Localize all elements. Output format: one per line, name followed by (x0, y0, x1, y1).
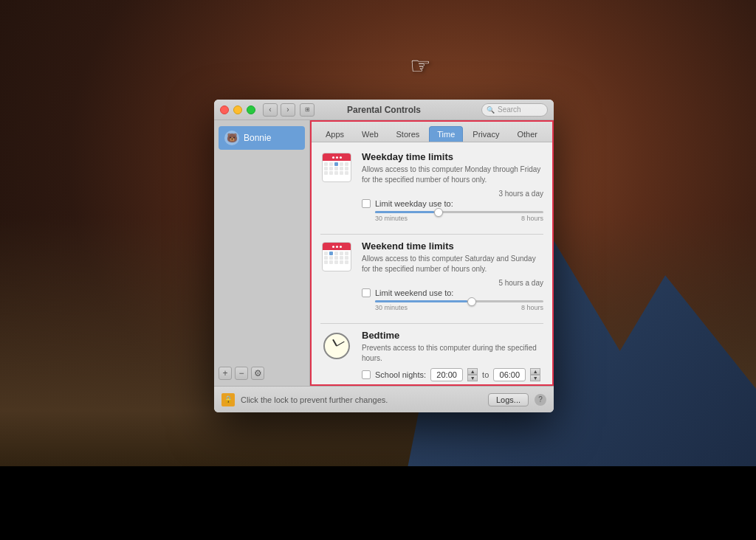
settings-button[interactable]: ⚙ (251, 367, 264, 380)
weekend-description: Allows access to this computer Saturday … (362, 254, 543, 274)
titlebar-nav: ‹ › ⊞ (263, 103, 315, 117)
school-nights-end-down[interactable]: ▼ (530, 375, 540, 381)
school-nights-row: School nights: 20:00 ▲ ▼ to 06:00 ▲ ▼ (362, 368, 543, 381)
window-body: 🐻 Bonnie + − ⚙ Apps Web Stores Time Priv… (214, 120, 554, 386)
section-divider-1 (320, 234, 543, 235)
weekend-slider-thumb[interactable] (467, 297, 476, 306)
weekday-slider-labels: 30 minutes 8 hours (375, 215, 543, 222)
weekend-time-label: 5 hours a day (362, 279, 543, 287)
weekend-checkbox-row: Limit weekend use to: (362, 288, 543, 297)
weekend-content: Weekend time limits Allows access to thi… (362, 240, 543, 311)
bedtime-section: Bedtime Prevents access to this computer… (320, 330, 543, 384)
weekend-min-label: 30 minutes (375, 304, 408, 311)
school-nights-label: School nights: (375, 370, 426, 379)
weekend-slider-labels: 30 minutes 8 hours (375, 304, 543, 311)
section-divider-2 (320, 323, 543, 324)
weekday-checkbox-label: Limit weekday use to: (375, 199, 453, 208)
weekend-calendar-icon (320, 240, 353, 273)
weekday-min-label: 30 minutes (375, 215, 408, 222)
clock-minute-hand (337, 342, 345, 347)
weekday-section: Weekday time limits Allows access to thi… (320, 151, 543, 222)
school-nights-end-up[interactable]: ▲ (530, 368, 540, 375)
help-button[interactable]: ? (535, 394, 546, 406)
weekday-max-label: 8 hours (521, 215, 543, 222)
search-placeholder-text: Search (498, 105, 521, 114)
school-nights-start-down[interactable]: ▼ (467, 375, 478, 381)
tab-stores[interactable]: Stores (388, 126, 428, 142)
school-nights-checkbox[interactable] (362, 370, 371, 379)
sidebar-user-item[interactable]: 🐻 Bonnie (219, 126, 305, 150)
bedtime-clock-icon (320, 330, 353, 362)
sidebar: 🐻 Bonnie + − ⚙ (214, 120, 310, 386)
weekday-checkbox[interactable] (362, 199, 371, 208)
window-title: Parental Controls (347, 105, 421, 115)
weekday-description: Allows access to this computer Monday th… (362, 165, 543, 185)
add-user-button[interactable]: + (219, 367, 232, 380)
window-footer: 🔒 Click the lock to prevent further chan… (214, 386, 554, 412)
bedtime-title: Bedtime (362, 330, 543, 341)
weekend-checkbox-label: Limit weekend use to: (375, 288, 453, 297)
tabs-bar: Apps Web Stores Time Privacy Other (312, 122, 552, 142)
user-avatar: 🐻 (224, 131, 239, 145)
weekday-slider-row (375, 211, 543, 213)
weekday-content: Weekday time limits Allows access to thi… (362, 151, 543, 222)
weekend-title: Weekend time limits (362, 240, 543, 252)
titlebar: ‹ › ⊞ Parental Controls 🔍 Search (214, 100, 554, 120)
footer-lock-text: Click the lock to prevent further change… (241, 395, 482, 404)
weekday-slider[interactable] (375, 211, 543, 213)
sidebar-bottom-actions: + − ⚙ (214, 361, 309, 386)
weekday-checkbox-row: Limit weekday use to: (362, 199, 543, 208)
traffic-lights (220, 105, 255, 114)
maximize-button[interactable] (247, 105, 255, 114)
school-nights-end-input[interactable]: 06:00 (493, 368, 526, 381)
weekend-checkbox[interactable] (362, 288, 371, 297)
grid-button[interactable]: ⊞ (300, 103, 315, 117)
school-nights-to: to (482, 370, 489, 379)
parental-controls-window: ‹ › ⊞ Parental Controls 🔍 Search 🐻 Bonni… (214, 100, 554, 412)
forward-button[interactable]: › (281, 103, 295, 117)
school-nights-end-stepper[interactable]: ▲ ▼ (530, 368, 540, 381)
weekend-slider[interactable] (375, 300, 543, 302)
school-nights-start-input[interactable]: 20:00 (430, 368, 463, 381)
lock-button[interactable]: 🔒 (221, 393, 235, 406)
weekday-time-label: 3 hours a day (362, 190, 543, 198)
search-icon: 🔍 (487, 106, 495, 114)
bedtime-description: Prevents access to this computer during … (362, 343, 543, 364)
content-scroll: Weekday time limits Allows access to thi… (312, 142, 552, 384)
bedtime-content: Bedtime Prevents access to this computer… (362, 330, 543, 384)
search-bar[interactable]: 🔍 Search (481, 103, 548, 117)
weekend-max-label: 8 hours (521, 304, 543, 311)
tab-apps[interactable]: Apps (317, 126, 352, 142)
remove-user-button[interactable]: − (235, 367, 248, 380)
back-button[interactable]: ‹ (263, 103, 278, 117)
school-nights-start-up[interactable]: ▲ (467, 368, 478, 375)
weekend-section: Weekend time limits Allows access to thi… (320, 240, 543, 311)
school-nights-start-stepper[interactable]: ▲ ▼ (467, 368, 478, 381)
tab-time[interactable]: Time (429, 126, 463, 142)
tab-other[interactable]: Other (509, 126, 546, 142)
content-area: Apps Web Stores Time Privacy Other (310, 120, 554, 386)
black-bar (0, 466, 756, 540)
weekday-slider-thumb[interactable] (434, 208, 443, 217)
weekend-slider-row (375, 300, 543, 302)
tab-web[interactable]: Web (354, 126, 386, 142)
weekday-title: Weekday time limits (362, 151, 543, 162)
weekday-calendar-icon (320, 151, 353, 184)
weekday-slider-fill (375, 211, 434, 213)
minimize-button[interactable] (233, 105, 242, 114)
logs-button[interactable]: Logs... (488, 393, 529, 406)
tab-privacy[interactable]: Privacy (464, 126, 507, 142)
close-button[interactable] (220, 105, 229, 114)
user-name: Bonnie (244, 133, 271, 143)
weekend-slider-fill (375, 300, 467, 302)
